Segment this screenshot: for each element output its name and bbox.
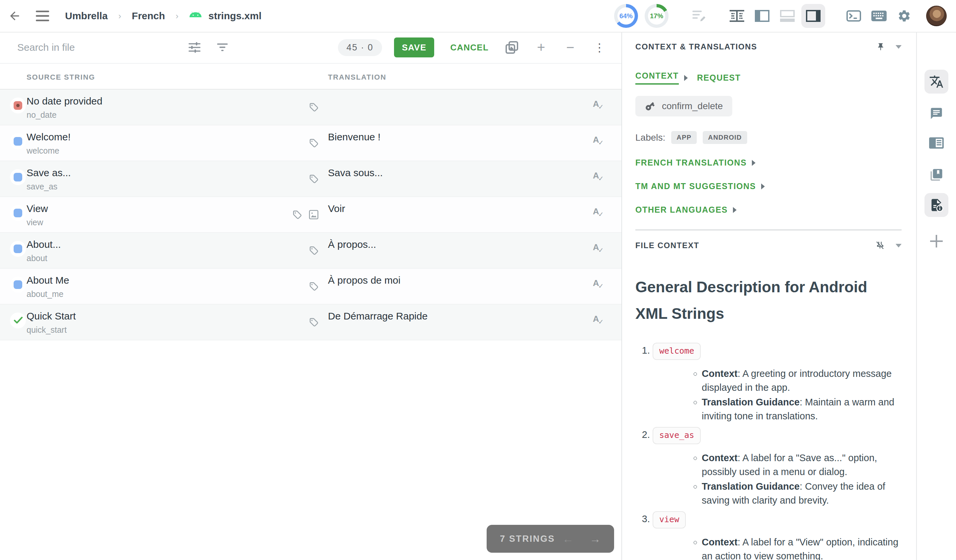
status-halo [10, 241, 26, 257]
collapse-section-caret[interactable] [896, 244, 901, 248]
other-languages-link[interactable]: OTHER LANGUAGES [635, 205, 901, 215]
draft-notes-button[interactable] [689, 3, 711, 29]
zoom-in-button[interactable]: + [530, 36, 552, 59]
link-arrow-icon [761, 184, 765, 190]
proofread-icon[interactable]: A ✓ [593, 97, 607, 112]
breadcrumb: Umbrella › French › strings.xml [65, 10, 262, 22]
proofread-icon[interactable]: A ✓ [593, 312, 607, 327]
translations-tool-button[interactable] [925, 70, 948, 94]
translation-text: Bienvenue ! [328, 131, 574, 143]
source-string-text: No date provided [27, 96, 102, 107]
french-translations-link[interactable]: FRENCH TRANSLATIONS [635, 158, 901, 168]
keyboard-shortcuts-button[interactable] [868, 3, 890, 29]
more-options-button[interactable]: ⋮ [588, 36, 611, 59]
string-key-chip[interactable]: confirm_delete [635, 96, 732, 116]
pin-icon[interactable] [876, 41, 885, 52]
hamburger-icon [36, 11, 49, 21]
filter-settings-button[interactable] [183, 36, 206, 59]
table-row[interactable]: No date provided no_date A ✓ [0, 89, 621, 125]
breadcrumb-language[interactable]: French [132, 10, 165, 22]
link-arrow-icon [752, 160, 756, 166]
table-row[interactable]: Welcome! welcome Bienvenue ! A ✓ [0, 125, 621, 161]
glossary-tool-button[interactable] [929, 168, 943, 182]
collapse-section-caret[interactable] [896, 45, 901, 49]
arrow-back-icon [8, 9, 21, 23]
add-panel-button[interactable] [930, 235, 943, 248]
string-key: view [27, 218, 43, 227]
source-string-text: Quick Start [27, 311, 76, 322]
copy-source-button[interactable] [501, 36, 523, 59]
unpin-icon[interactable] [875, 240, 885, 251]
dictionary-tool-button[interactable] [929, 137, 944, 149]
filter-button[interactable] [211, 36, 234, 59]
console-button[interactable] [843, 3, 865, 29]
context-note: Context: A label for a "View" option, in… [702, 535, 901, 560]
breadcrumb-file[interactable]: strings.xml [189, 10, 262, 22]
status-halo [10, 133, 26, 149]
crowdin-editor-window: Umbrella › French › strings.xml 64% 17% [0, 0, 956, 560]
view-mode-side-by-side-button[interactable] [726, 3, 748, 29]
view-mode-right-panel-button[interactable] [801, 4, 825, 28]
tag-icon[interactable] [309, 317, 319, 327]
key-icon [642, 99, 657, 113]
table-row[interactable]: View view Voir A ✓ [0, 197, 621, 233]
tm-mt-suggestions-link[interactable]: TM AND MT SUGGESTIONS [635, 182, 901, 191]
keyboard-icon [871, 11, 887, 21]
tag-icon[interactable] [309, 246, 319, 256]
table-row[interactable]: About Me about_me À propos de moi A ✓ [0, 269, 621, 304]
proofread-icon[interactable]: A ✓ [593, 169, 607, 184]
settings-button[interactable] [893, 3, 915, 29]
comments-tool-button[interactable] [929, 107, 943, 120]
proofread-icon[interactable]: A ✓ [593, 241, 607, 256]
screenshot-icon[interactable] [309, 210, 319, 220]
status-icon [14, 316, 22, 325]
file-context-document: General Description for Android XML Stri… [622, 274, 916, 560]
file-info-icon [929, 198, 944, 212]
table-row[interactable]: About... about À propos... A ✓ [0, 233, 621, 269]
view-mode-bottom-panel-button[interactable] [776, 3, 799, 29]
tab-context[interactable]: CONTEXT [635, 71, 679, 85]
string-key: about [27, 253, 47, 263]
zoom-out-button[interactable]: − [559, 36, 582, 59]
source-string-text: Welcome! [27, 131, 71, 143]
top-bar: Umbrella › French › strings.xml 64% 17% [0, 0, 956, 33]
next-page-button[interactable]: → [590, 532, 601, 545]
search-input[interactable] [16, 41, 171, 54]
label-badge[interactable]: APP [671, 131, 697, 144]
translation-text: Sava sous... [328, 167, 574, 179]
view-mode-left-panel-button[interactable] [751, 3, 774, 29]
back-button[interactable] [0, 0, 29, 32]
proofread-icon[interactable]: A ✓ [593, 277, 607, 291]
proofread-icon[interactable]: A ✓ [593, 133, 607, 148]
tab-request[interactable]: REQUEST [697, 73, 741, 83]
string-key: no_date [27, 110, 57, 120]
tab-arrow-icon [684, 75, 688, 81]
right-panel-view-icon [806, 10, 821, 22]
tag-icon[interactable] [309, 138, 319, 148]
status-halo [10, 205, 26, 221]
translate-icon [929, 74, 944, 89]
string-key: save_as [27, 182, 57, 191]
status-icon [14, 173, 22, 182]
link-arrow-icon [733, 207, 737, 213]
tag-icon[interactable] [309, 174, 319, 184]
source-string-column-header: SOURCE STRING [27, 73, 95, 82]
bookmark-collection-icon [929, 168, 943, 182]
save-button[interactable]: SAVE [394, 38, 434, 57]
table-row[interactable]: Save as... save_as Sava sous... A ✓ [0, 161, 621, 197]
proofread-icon[interactable]: A ✓ [593, 205, 607, 220]
file-context-tool-button[interactable] [925, 193, 948, 217]
tag-icon[interactable] [309, 281, 319, 291]
tag-icon[interactable] [309, 102, 319, 112]
table-row[interactable]: Quick Start quick_start De Démarrage Rap… [0, 304, 621, 340]
menu-button[interactable] [29, 0, 56, 32]
breadcrumb-project[interactable]: Umbrella [65, 10, 108, 22]
source-string-text: View [27, 203, 48, 214]
tag-icon[interactable] [292, 210, 302, 220]
label-badge[interactable]: ANDROID [703, 131, 747, 144]
context-note: Context: A greeting or introductory mess… [702, 367, 901, 394]
previous-page-button[interactable]: ← [562, 532, 574, 545]
cancel-button[interactable]: CANCEL [445, 42, 494, 53]
user-avatar[interactable] [926, 6, 947, 26]
status-icon [14, 101, 22, 110]
